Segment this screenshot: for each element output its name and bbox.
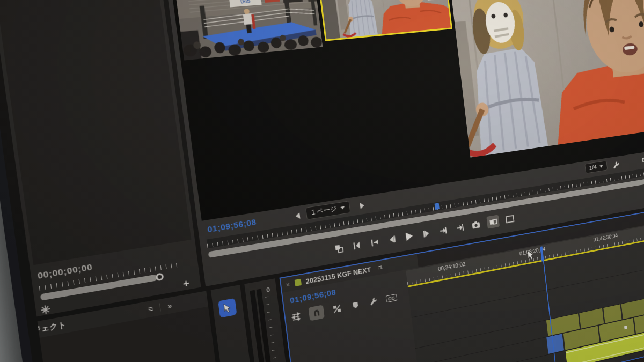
captions-icon[interactable]: CC bbox=[386, 294, 398, 303]
chevron-down-icon bbox=[340, 206, 345, 210]
next-page-button[interactable] bbox=[360, 202, 364, 209]
program-settings-wrench-icon[interactable] bbox=[611, 159, 621, 171]
playback-resolution-value: 1/4 bbox=[589, 164, 597, 172]
multicam-camera-2-active[interactable] bbox=[315, 0, 452, 41]
photo-of-monitor: 00;00;00;00 + bbox=[0, 0, 644, 362]
selection-tool-button[interactable] bbox=[218, 298, 237, 318]
extract-icon[interactable] bbox=[453, 221, 465, 234]
source-settings-icon[interactable] bbox=[38, 302, 53, 317]
project-tab-label[interactable]: プロジェクト bbox=[38, 319, 67, 335]
export-frame-icon[interactable] bbox=[470, 218, 481, 231]
meter-zero-label: 0 bbox=[266, 286, 270, 293]
source-zoom-handle[interactable] bbox=[155, 272, 164, 281]
audio-clip-blue[interactable] bbox=[546, 334, 564, 354]
timeline-tab-title[interactable]: 20251115 KGF NEXT bbox=[305, 265, 371, 285]
panel-menu-icon[interactable]: ≡ bbox=[148, 304, 153, 314]
playback-resolution-dropdown[interactable]: 1/4 bbox=[584, 160, 608, 174]
nest-toggle-icon[interactable] bbox=[289, 310, 303, 324]
comparison-view-icon[interactable] bbox=[486, 215, 500, 228]
video-clip[interactable] bbox=[621, 289, 644, 319]
safe-margins-icon[interactable] bbox=[504, 212, 516, 225]
add-marker-icon[interactable] bbox=[349, 298, 362, 312]
source-button-editor[interactable]: + bbox=[182, 277, 190, 290]
timeline-settings-wrench-icon[interactable] bbox=[367, 295, 379, 309]
selection-tool-icon bbox=[222, 302, 232, 314]
source-monitor-panel: 00;00;00;00 + bbox=[0, 0, 201, 316]
lift-icon[interactable] bbox=[332, 242, 345, 255]
linked-selection-icon[interactable] bbox=[331, 302, 343, 316]
clip-fx-badge bbox=[624, 326, 627, 329]
program-playhead[interactable] bbox=[435, 203, 440, 210]
mouse-cursor bbox=[527, 249, 536, 261]
mark-in-icon[interactable] bbox=[350, 239, 363, 252]
multicam-camera-1[interactable] bbox=[173, 0, 323, 61]
chevron-down-icon bbox=[599, 165, 603, 167]
monitor-screen: 00;00;00;00 + bbox=[0, 0, 644, 362]
play-icon[interactable] bbox=[403, 230, 415, 243]
close-tab-icon[interactable]: × bbox=[285, 280, 290, 289]
go-to-out-icon[interactable] bbox=[437, 224, 449, 237]
premiere-desktop: 00;00;00;00 + bbox=[0, 0, 644, 362]
step-back-icon[interactable] bbox=[386, 233, 398, 246]
tab-overflow-icon[interactable]: » bbox=[167, 301, 172, 310]
program-current-timecode[interactable]: 01;09;56;08 bbox=[207, 217, 257, 234]
prev-page-button[interactable] bbox=[295, 212, 300, 219]
sequence-icon bbox=[294, 279, 301, 286]
page-selector-value: 1 ページ bbox=[311, 204, 337, 217]
snap-toggle-icon[interactable] bbox=[308, 305, 325, 321]
step-forward-icon[interactable] bbox=[420, 227, 432, 240]
go-to-in-icon[interactable] bbox=[368, 235, 380, 249]
program-end-timecode: 02;18;01;09 bbox=[641, 151, 644, 164]
program-output-video[interactable] bbox=[446, 0, 644, 158]
panel-menu-icon[interactable]: ≡ bbox=[378, 263, 383, 272]
source-video-area bbox=[0, 0, 191, 265]
